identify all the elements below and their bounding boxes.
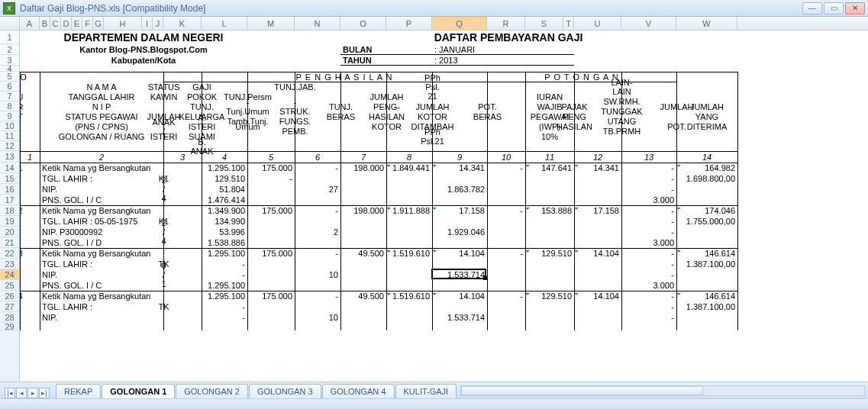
row-header-7[interactable]: 7 [0,92,19,101]
hdr-no: NO [20,72,21,82]
col-header-V[interactable]: V [621,17,676,30]
row-c15-1-1: 1.755.000,00 [676,216,737,227]
minimize-button[interactable]: — [802,2,822,14]
close-button[interactable]: ✕ [845,2,865,14]
row-status-3-1: TK [163,301,164,312]
col-header-F[interactable]: F [82,17,93,30]
hdr-P-1: JUMLAH [386,92,387,101]
hdr-O-2: TUNJ. [340,101,341,111]
col-header-H[interactable]: H [104,17,142,30]
row-c14-3: 146.614 [676,291,737,301]
maximize-button[interactable]: ▭ [824,2,844,14]
row-header-1[interactable]: 1 [0,31,19,44]
hdr-urt-2: T [20,111,21,121]
row-header-6[interactable]: 6 [0,82,19,92]
row-c11-2-0: 129.510 [525,248,574,259]
row-c4-2-0: 1.295.100 [202,248,247,259]
hdr-nama-1: TANGGAL LAHIR [40,92,163,101]
col-header-J[interactable]: J [153,17,163,30]
row-header-26[interactable]: 26 [0,291,19,301]
row-status-1-0 [163,205,164,216]
row-header-15[interactable]: 15 [0,173,19,184]
sheet-tab-golongan-3[interactable]: GOLONGAN 3 [249,384,321,398]
row-header-24[interactable]: 24 [0,269,19,280]
col-header-K[interactable]: K [163,17,202,30]
col-header-T[interactable]: T [563,17,574,30]
row-c7-3-0: 49.500 [340,291,386,301]
row-nama-2-3: PNS. GOL. I / C [40,280,163,291]
month-label: BULAN [340,44,432,55]
col-header-E[interactable]: E [72,17,82,30]
row-header-12[interactable]: 12 [0,141,19,151]
sheet-tab-kulit-gaji[interactable]: KULIT-GAJI [395,384,457,398]
colnum-10: 10 [487,151,525,163]
col-header-C[interactable]: C [50,17,61,30]
row-header-4[interactable]: 4 [0,66,19,72]
hdr-status-4: ANAK / [163,121,164,131]
col-header-M[interactable]: M [247,17,295,30]
tab-first-icon[interactable]: |◂ [5,388,15,398]
row-header-8[interactable]: 8 [0,101,19,111]
row-header-13[interactable]: 13 [0,151,19,163]
row-header-2[interactable]: 2 [0,44,19,55]
row-header-18[interactable]: 18 [0,205,19,216]
row-header-16[interactable]: 16 [0,184,19,195]
hdr-L-6: B. ANAK [202,141,202,151]
row-c4-2-1: - [202,259,247,269]
col-header-D[interactable]: D [61,17,72,30]
horizontal-scrollbar[interactable] [460,385,865,396]
worksheet[interactable]: DEPARTEMEN DALAM NEGERIKantor Blog-PNS.B… [20,31,868,382]
col-header-I[interactable]: I [142,17,153,30]
col-header-S[interactable]: S [525,17,563,30]
row-c14-2: 146.614 [676,248,737,259]
select-all-corner[interactable] [0,17,20,30]
row-header-5[interactable]: 5 [0,72,19,82]
row-header-21[interactable]: 21 [0,237,19,248]
row-header-27[interactable]: 27 [0,301,19,312]
row-header-25[interactable]: 25 [0,280,19,291]
col-header-N[interactable]: N [295,17,340,30]
col-header-R[interactable]: R [487,17,525,30]
row-c13-3-2: - [621,312,676,323]
hdr-urt-0: U [20,92,21,101]
row-header-29[interactable]: 29 [0,323,19,330]
tab-prev-icon[interactable]: ◂ [16,388,27,398]
col-header-Q[interactable]: Q [432,17,487,30]
row-nama-1-0: Ketik Nama yg Bersangkutan [40,205,163,216]
window-controls: — ▭ ✕ [802,2,865,14]
col-header-L[interactable]: L [202,17,247,30]
tab-last-icon[interactable]: ▸| [39,388,50,398]
row-c9-0-0: 14.341 [432,163,487,173]
row-header-10[interactable]: 10 [0,121,19,131]
row-status-2-0 [163,248,164,259]
col-header-W[interactable]: W [676,17,737,30]
col-header-A[interactable]: A [20,17,40,30]
active-cell[interactable] [431,269,486,279]
col-header-U[interactable]: U [574,17,621,30]
sheet-tab-golongan-1[interactable]: GOLONGAN 1 [102,384,175,398]
row-c5-0-0: 175.000 [247,163,295,173]
col-header-G[interactable]: G [93,17,104,30]
row-header-20[interactable]: 20 [0,227,19,237]
row-header-19[interactable]: 19 [0,216,19,227]
sheet-tab-rekap[interactable]: REKAP [56,384,101,398]
tab-nav: |◂ ◂ ▸ ▸| [5,388,50,398]
tab-next-icon[interactable]: ▸ [27,388,38,398]
sheet-tab-golongan-2[interactable]: GOLONGAN 2 [176,384,248,398]
sheet-tab-golongan-4[interactable]: GOLONGAN 4 [322,384,395,398]
col-header-B[interactable]: B [40,17,50,30]
col-header-O[interactable]: O [340,17,386,30]
colnum-12: 12 [574,151,621,163]
row-header-17[interactable]: 17 [0,195,19,205]
row-c6-3-2: 10 [295,312,340,323]
row-nama-1-2: NIP. P30000992 [40,227,163,237]
row-header-23[interactable]: 23 [0,259,19,269]
row-header-9[interactable]: 9 [0,111,19,121]
row-header-11[interactable]: 11 [0,131,19,141]
row-header-22[interactable]: 22 [0,248,19,259]
row-status-1-2: 2 / 4 [163,227,164,237]
row-header-14[interactable]: 14 [0,163,19,173]
hdr-potongan: P O T O N G A N [487,72,676,82]
col-header-P[interactable]: P [386,17,432,30]
row-status-2-3 [163,280,164,291]
